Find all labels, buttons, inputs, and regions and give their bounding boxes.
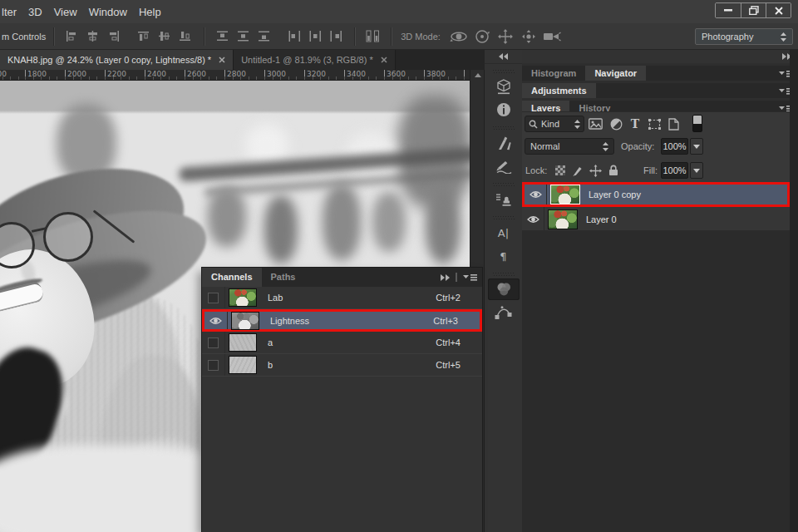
channel-thumbnail[interactable]: [231, 312, 259, 330]
filter-shape-layers-icon[interactable]: [646, 116, 663, 131]
layer-row[interactable]: Layer 0: [522, 207, 790, 232]
align-horizontal-centers-icon[interactable]: [82, 28, 103, 45]
distribute-right-edges-icon[interactable]: [326, 28, 347, 45]
distribute-bottom-edges-icon[interactable]: [254, 28, 274, 45]
align-vertical-centers-icon[interactable]: [155, 28, 175, 45]
distribute-horizontal-centers-icon[interactable]: [305, 28, 326, 45]
channel-thumbnail[interactable]: [229, 356, 257, 374]
layer-thumbnail[interactable]: [548, 209, 578, 229]
dock-grip[interactable]: [493, 70, 515, 73]
tab-paths[interactable]: Paths: [262, 268, 305, 287]
channel-thumbnail[interactable]: [229, 333, 257, 352]
tab-channels[interactable]: Channels: [202, 268, 262, 287]
dock-grip[interactable]: [493, 216, 515, 219]
empty-eye-well: [208, 293, 219, 303]
layer-name[interactable]: Layer 0: [586, 214, 617, 224]
paths-panel-icon[interactable]: [488, 302, 520, 323]
menu-item-help[interactable]: Help: [139, 6, 161, 18]
align-right-edges-icon[interactable]: [103, 28, 124, 45]
channel-name[interactable]: Lab: [268, 293, 283, 303]
layer-row-selected[interactable]: Layer 0 copy: [522, 182, 790, 207]
channel-visibility-toggle[interactable]: [202, 287, 225, 308]
tab-navigator[interactable]: Navigator: [585, 66, 646, 81]
filter-pixel-layers-icon[interactable]: [587, 116, 603, 131]
distribute-left-edges-icon[interactable]: [284, 28, 305, 45]
3d-pan-icon[interactable]: [494, 28, 517, 45]
close-button[interactable]: [766, 3, 791, 17]
layer-filtering-toggle[interactable]: [692, 115, 702, 132]
collapse-dock-button[interactable]: [485, 50, 522, 64]
distribute-spacing-icon[interactable]: [362, 28, 383, 45]
channel-row[interactable]: Lab Ctrl+2: [202, 287, 482, 309]
channel-visibility-toggle[interactable]: [202, 332, 225, 353]
channel-name[interactable]: Lightness: [270, 316, 309, 326]
channel-name[interactable]: a: [268, 337, 273, 347]
fill-value[interactable]: 100%: [661, 162, 688, 179]
channel-row[interactable]: a Ctrl+4: [202, 332, 482, 354]
layers-panel-controls: Kind T Normal Opacity: 100% Lock: Fill: …: [522, 111, 790, 182]
layer-filter-select[interactable]: Kind: [525, 116, 584, 132]
channel-thumbnail[interactable]: [229, 288, 257, 307]
layer-thumbnail[interactable]: [550, 185, 580, 204]
workspace-select[interactable]: Photography: [695, 28, 793, 45]
3d-camera-icon[interactable]: [540, 28, 564, 45]
blend-mode-value: Normal: [530, 141, 559, 151]
lock-image-pixels-icon[interactable]: [570, 163, 585, 178]
close-tab-icon[interactable]: [219, 57, 225, 63]
dock-grip[interactable]: [493, 183, 515, 186]
opacity-value[interactable]: 100%: [661, 138, 688, 155]
channel-name[interactable]: b: [268, 360, 273, 370]
menu-item-filter[interactable]: lter: [2, 6, 17, 18]
channel-row[interactable]: b Ctrl+5: [202, 354, 482, 377]
brush-panel-icon[interactable]: [488, 132, 520, 154]
3d-panel-icon[interactable]: [488, 76, 520, 97]
collapse-panel-icon[interactable]: [440, 274, 450, 281]
minimize-button[interactable]: [716, 3, 741, 17]
fill-dropdown-button[interactable]: [690, 162, 703, 179]
restore-button[interactable]: [741, 3, 766, 17]
clone-source-panel-icon[interactable]: [488, 189, 520, 210]
document-tab-active[interactable]: KNAH8.jpg @ 24.2% (Layer 0 copy, Lightne…: [0, 50, 234, 70]
lock-transparent-pixels-icon[interactable]: [553, 163, 568, 178]
paragraph-panel-icon[interactable]: ¶: [488, 245, 520, 267]
align-left-edges-icon[interactable]: [62, 28, 82, 45]
blend-mode-select[interactable]: Normal: [525, 138, 614, 155]
document-tab-inactive[interactable]: Untitled-1 @ 81.9% (3, RGB/8) *: [234, 50, 396, 70]
info-panel-icon[interactable]: [488, 99, 520, 121]
distribute-top-edges-icon[interactable]: [212, 28, 233, 45]
layer-name[interactable]: Layer 0 copy: [589, 190, 641, 200]
channel-visibility-toggle[interactable]: [204, 312, 228, 329]
tab-histogram[interactable]: Histogram: [522, 66, 585, 81]
close-tab-icon[interactable]: [381, 57, 387, 63]
channel-row-selected[interactable]: Lightness Ctrl+3: [202, 309, 482, 332]
layer-visibility-toggle[interactable]: [522, 207, 544, 231]
dock-grip[interactable]: [493, 273, 515, 276]
channel-shortcut: Ctrl+2: [436, 293, 461, 303]
filter-adjustment-layers-icon[interactable]: [608, 116, 624, 131]
panel-menu-icon[interactable]: [463, 273, 477, 281]
character-panel-icon[interactable]: A|: [488, 222, 520, 244]
3d-orbit-icon[interactable]: [447, 28, 470, 45]
filter-smart-objects-icon[interactable]: [665, 116, 682, 131]
menu-item-3d[interactable]: 3D: [28, 6, 42, 18]
brush-presets-panel-icon[interactable]: [488, 155, 520, 177]
filter-type-layers-icon[interactable]: T: [627, 116, 643, 131]
tab-adjustments[interactable]: Adjustments: [522, 83, 596, 98]
3d-roll-icon[interactable]: [470, 28, 494, 45]
color-panel-icon[interactable]: [488, 278, 520, 300]
distribute-vertical-centers-icon[interactable]: [233, 28, 254, 45]
menu-item-window[interactable]: Window: [89, 6, 127, 18]
dock-grip[interactable]: [493, 126, 515, 130]
lock-position-icon[interactable]: [588, 163, 603, 178]
align-bottom-edges-icon[interactable]: [175, 28, 196, 45]
opacity-dropdown-button[interactable]: [690, 138, 703, 155]
options-bar: m Controls 3D Mode: Photography: [0, 23, 798, 50]
channel-visibility-toggle[interactable]: [202, 354, 225, 376]
scroll-up-icon[interactable]: [475, 73, 481, 77]
lock-all-icon[interactable]: [606, 163, 621, 178]
menu-item-view[interactable]: View: [54, 6, 77, 18]
3d-slide-icon[interactable]: [517, 28, 540, 45]
channels-panel: Channels Paths Lab Ctrl+2 Lightness Ctrl…: [202, 268, 482, 532]
align-top-edges-icon[interactable]: [134, 28, 155, 45]
layer-visibility-toggle[interactable]: [525, 185, 547, 204]
